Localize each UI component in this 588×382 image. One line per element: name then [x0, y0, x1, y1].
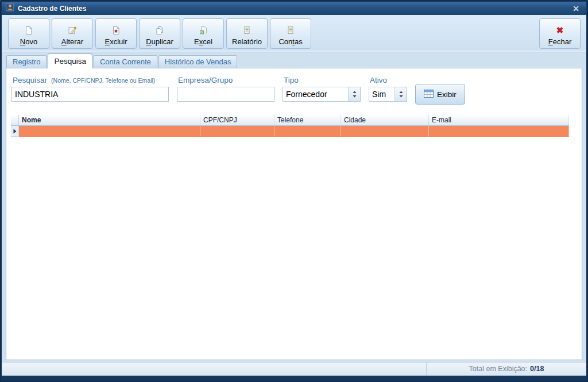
pesquisar-label: Pesquisar: [13, 76, 47, 84]
pesquisar-input[interactable]: [11, 87, 169, 102]
alterar-button-label: Alterar: [61, 37, 83, 46]
column-header-cpf-cnpj[interactable]: CPF/CNPJ: [200, 115, 274, 125]
window-inner: Cadastro de Clientes ✕ Novo: [2, 2, 586, 376]
status-bar: Total em Exibição: 0/18: [2, 362, 586, 376]
empresa-label-row: Empresa/Grupo: [178, 76, 274, 84]
toolbar: Novo Alterar: [2, 15, 586, 52]
app-window: Cadastro de Clientes ✕ Novo: [0, 0, 588, 382]
row-arrow-icon: [11, 126, 19, 137]
grid-indicator-header: [11, 115, 19, 125]
cell-cidade: [341, 126, 429, 137]
ativo-label: Ativo: [370, 76, 387, 84]
search-filter-row: Pesquisar (Nome, CPF/CNPJ, Telefone ou E…: [11, 75, 577, 105]
contas-button[interactable]: Contas: [270, 18, 311, 49]
excel-button-label: Excel: [194, 37, 212, 46]
tipo-combo-value: Fornecedor: [283, 87, 348, 101]
cell-nome: [19, 126, 200, 137]
novo-button[interactable]: Novo: [8, 18, 49, 49]
title-bar: Cadastro de Clientes ✕: [2, 2, 586, 15]
ativo-combo-value: Sim: [369, 87, 394, 101]
column-header-cidade[interactable]: Cidade: [341, 115, 429, 125]
pesquisa-tab-page: Pesquisar (Nome, CPF/CNPJ, Telefone ou E…: [6, 68, 582, 360]
tab-bar: Registro Pesquisa Conta Corrente Históri…: [2, 52, 586, 68]
contas-button-label: Contas: [278, 37, 302, 46]
column-header-telefone[interactable]: Telefone: [274, 115, 341, 125]
up-down-spinner-icon[interactable]: [348, 87, 360, 101]
accounts-document-icon: [287, 25, 294, 36]
up-down-spinner-icon[interactable]: [394, 87, 407, 101]
duplicar-button[interactable]: Duplicar: [139, 18, 180, 49]
report-document-icon: [243, 25, 250, 36]
window-title: Cadastro de Clientes: [18, 5, 566, 13]
column-header-email[interactable]: E-mail: [429, 115, 569, 125]
status-total-label: Total em Exibição:: [469, 365, 527, 373]
new-document-icon: [24, 25, 33, 36]
excluir-button-label: Excluir: [105, 37, 127, 46]
empresa-input[interactable]: [177, 87, 274, 102]
alterar-button[interactable]: Alterar: [52, 18, 93, 49]
tab-conta-corrente[interactable]: Conta Corrente: [94, 55, 157, 68]
tab-pesquisa[interactable]: Pesquisa: [48, 53, 92, 68]
tipo-label: Tipo: [284, 76, 299, 84]
pesquisar-label-row: Pesquisar (Nome, CPF/CNPJ, Telefone ou E…: [13, 76, 169, 84]
relatorio-button-label: Relatório: [232, 37, 262, 46]
tab-registro[interactable]: Registro: [6, 55, 47, 68]
results-grid: Nome CPF/CNPJ Telefone Cidade E-mail: [11, 115, 569, 137]
copy-documents-icon: [155, 25, 164, 36]
tipo-combo[interactable]: Fornecedor: [283, 87, 361, 102]
titlebar-close-icon[interactable]: ✕: [570, 5, 582, 13]
fechar-button-label: Fechar: [548, 37, 571, 46]
tipo-label-row: Tipo: [284, 76, 361, 84]
exibir-button-label: Exibir: [437, 90, 457, 99]
app-logo-icon: [6, 3, 14, 14]
pesquisar-hint: (Nome, CPF/CNPJ, Telefone ou Email): [51, 77, 155, 84]
exibir-button[interactable]: Exibir: [415, 84, 465, 105]
ativo-combo[interactable]: Sim: [369, 87, 407, 102]
empresa-label: Empresa/Grupo: [178, 76, 233, 84]
excluir-button[interactable]: Excluir: [95, 18, 137, 49]
ativo-field-group: Ativo Sim: [369, 75, 407, 105]
relatorio-button[interactable]: Relatório: [226, 18, 268, 49]
fechar-button[interactable]: ✖ Fechar: [539, 18, 581, 49]
delete-document-icon: [111, 25, 121, 36]
status-total-value: 0/18: [530, 365, 544, 373]
cell-cpf-cnpj: [200, 126, 274, 137]
excel-button[interactable]: Excel: [183, 18, 224, 49]
status-total-section: Total em Exibição: 0/18: [426, 362, 586, 375]
ativo-label-row: Ativo: [370, 76, 407, 84]
grid-header-row: Nome CPF/CNPJ Telefone Cidade E-mail: [11, 115, 569, 126]
red-x-icon: ✖: [556, 25, 564, 36]
edit-pencil-icon: [68, 25, 77, 36]
tipo-field-group: Tipo Fornecedor: [283, 75, 361, 105]
empresa-field-group: Empresa/Grupo: [177, 75, 274, 105]
table-grid-icon: [424, 90, 434, 99]
exibir-group: Exibir: [415, 75, 465, 105]
tab-historico-vendas[interactable]: Histórico de Vendas: [158, 55, 238, 68]
column-header-nome[interactable]: Nome: [19, 115, 200, 125]
excel-export-icon: [199, 25, 208, 36]
cell-telefone: [274, 126, 341, 137]
pesquisar-field-group: Pesquisar (Nome, CPF/CNPJ, Telefone ou E…: [11, 75, 169, 105]
table-row-selected[interactable]: [11, 126, 569, 137]
novo-button-label: Novo: [20, 37, 37, 46]
duplicar-button-label: Duplicar: [146, 37, 173, 46]
cell-email: [429, 126, 569, 137]
